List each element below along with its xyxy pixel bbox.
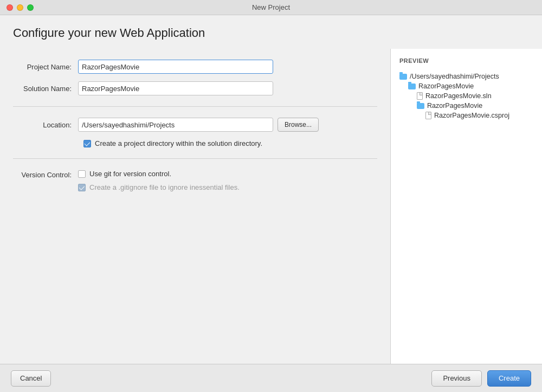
location-section: Location: Browse... Create a project dir…: [13, 107, 377, 159]
create-project-dir-checkbox-wrapper[interactable]: [83, 140, 91, 147]
file-tree: /Users/sayedhashimi/Projects RazorPagesM…: [399, 72, 533, 120]
create-gitignore-row: Create a .gitignore file to ignore iness…: [78, 183, 240, 191]
version-control-options: Use git for version control. Create a .g…: [78, 170, 240, 191]
create-gitignore-checkbox-wrapper[interactable]: [78, 184, 86, 191]
tree-item-label-2: RazorPagesMovie.sln: [425, 92, 492, 100]
location-row: Location: Browse...: [13, 118, 377, 132]
folder-icon-0: [399, 74, 407, 80]
version-control-row: Version Control: Use git for version con…: [13, 170, 377, 191]
solution-name-row: Solution Name:: [13, 81, 377, 95]
tree-item-3: RazorPagesMovie: [399, 101, 533, 111]
footer-left: Cancel: [11, 370, 51, 387]
tree-item-4: RazorPagesMovie.csproj: [399, 111, 533, 120]
version-control-label: Version Control:: [13, 170, 78, 179]
location-label: Location:: [13, 121, 78, 129]
traffic-lights: [7, 4, 34, 11]
tree-item-2: RazorPagesMovie.sln: [399, 91, 533, 101]
cancel-button[interactable]: Cancel: [11, 370, 51, 387]
project-name-input[interactable]: [78, 60, 273, 74]
tree-item-0: /Users/sayedhashimi/Projects: [399, 72, 533, 81]
file-icon-2: [417, 92, 423, 100]
previous-button[interactable]: Previous: [431, 370, 482, 387]
page-title: Configure your new Web Application: [13, 26, 529, 40]
create-project-dir-label: Create a project directory within the so…: [95, 139, 262, 147]
project-name-row: Project Name:: [13, 60, 377, 74]
use-git-row: Use git for version control.: [78, 170, 240, 178]
main-window: Configure your new Web Application Proje…: [0, 15, 542, 392]
project-name-label: Project Name:: [13, 63, 78, 71]
file-icon-4: [425, 112, 431, 119]
names-section: Project Name: Solution Name:: [13, 49, 377, 107]
tree-item-label-3: RazorPagesMovie: [427, 102, 482, 110]
use-git-label: Use git for version control.: [89, 170, 171, 178]
content-area: Project Name: Solution Name: Location: B…: [0, 49, 542, 364]
solution-name-label: Solution Name:: [13, 85, 78, 93]
create-project-dir-row: Create a project directory within the so…: [83, 139, 377, 147]
create-button[interactable]: Create: [487, 370, 531, 387]
location-input-group: Browse...: [78, 118, 377, 132]
title-bar: New Project: [0, 0, 542, 15]
maximize-button[interactable]: [27, 4, 34, 11]
location-input[interactable]: [78, 118, 273, 132]
browse-button[interactable]: Browse...: [278, 118, 319, 132]
tree-item-label-1: RazorPagesMovie: [418, 82, 474, 90]
create-gitignore-label: Create a .gitignore file to ignore iness…: [89, 183, 240, 191]
window-title: New Project: [252, 3, 290, 11]
tree-item-label-0: /Users/sayedhashimi/Projects: [410, 73, 499, 80]
close-button[interactable]: [7, 4, 13, 11]
solution-name-input[interactable]: [78, 81, 273, 95]
use-git-checkbox-wrapper[interactable]: [78, 170, 86, 178]
preview-panel: PREVIEW /Users/sayedhashimi/Projects Raz…: [390, 49, 542, 364]
page-header: Configure your new Web Application: [0, 15, 542, 49]
version-control-section: Version Control: Use git for version con…: [13, 159, 377, 202]
tree-item-label-4: RazorPagesMovie.csproj: [434, 112, 509, 119]
tree-item-1: RazorPagesMovie: [399, 81, 533, 91]
footer-right: Previous Create: [431, 370, 531, 387]
footer: Cancel Previous Create: [0, 364, 542, 392]
folder-icon-3: [417, 103, 424, 109]
left-panel: Project Name: Solution Name: Location: B…: [0, 49, 390, 364]
minimize-button[interactable]: [17, 4, 23, 11]
preview-title: PREVIEW: [399, 57, 533, 64]
folder-icon-1: [408, 83, 416, 89]
